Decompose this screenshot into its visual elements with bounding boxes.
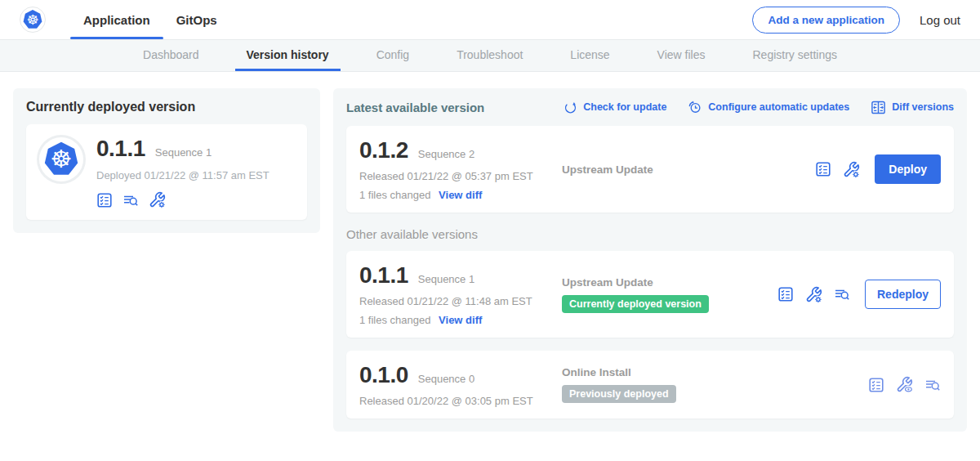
tab-gitops[interactable]: GitOps: [163, 0, 230, 39]
active-tab-underline: [70, 37, 163, 39]
tab-gitops-label: GitOps: [176, 13, 217, 27]
view-diff-link[interactable]: View diff: [439, 189, 482, 201]
check-for-update-link[interactable]: Check for update: [564, 101, 666, 114]
version-card-0-1-2: 0.1.2 Sequence 2 Released 01/21/22 @ 05:…: [346, 126, 954, 213]
latest-available-title: Latest available version: [346, 101, 484, 114]
currently-deployed-badge: Currently deployed version: [562, 295, 709, 313]
refresh-icon: [564, 101, 577, 114]
released-timestamp: Released 01/20/22 @ 03:05 pm EST: [359, 395, 562, 407]
currently-deployed-title: Currently deployed version: [26, 100, 307, 114]
edit-config-icon[interactable]: [149, 191, 166, 208]
release-notes-icon[interactable]: [777, 286, 794, 302]
release-notes-icon[interactable]: [96, 192, 113, 208]
app-header: ☸ Application GitOps Add a new applicati…: [0, 0, 980, 39]
subnav-license[interactable]: License: [559, 40, 621, 71]
edit-config-icon[interactable]: [843, 161, 860, 178]
previously-deployed-badge: Previously deployed: [562, 385, 676, 403]
diff-versions-label: Diff versions: [892, 101, 954, 113]
diff-icon: [871, 100, 886, 115]
view-config-icon[interactable]: [896, 376, 913, 393]
deployed-version-number: 0.1.1: [96, 136, 145, 162]
subnav-config[interactable]: Config: [365, 40, 421, 71]
app-subnav: Dashboard Version history Config Trouble…: [0, 39, 980, 72]
files-changed-label: 1 files changed: [359, 189, 430, 201]
app-kubernetes-logo: ☸: [39, 137, 83, 181]
diff-versions-link[interactable]: Diff versions: [871, 100, 954, 115]
available-versions-panel: Latest available version Check for updat…: [333, 88, 967, 432]
add-new-application-button[interactable]: Add a new application: [752, 7, 900, 34]
configure-automatic-updates-link[interactable]: Configure automatic updates: [688, 100, 849, 114]
version-number: 0.1.0: [359, 362, 408, 388]
sequence-label: Sequence 2: [418, 148, 474, 160]
version-card-0-1-0: 0.1.0 Sequence 0 Released 01/20/22 @ 03:…: [346, 351, 954, 418]
view-logs-icon[interactable]: [122, 192, 139, 208]
subnav-registry-settings[interactable]: Registry settings: [742, 40, 849, 71]
released-timestamp: Released 01/21/22 @ 11:48 am EST: [359, 295, 562, 307]
version-source-label: Online Install: [562, 366, 631, 378]
tab-application[interactable]: Application: [70, 0, 163, 39]
released-timestamp: Released 01/21/22 @ 05:37 pm EST: [359, 170, 562, 182]
deployed-timestamp: Deployed 01/21/22 @ 11:57 am EST: [96, 169, 270, 181]
sequence-label: Sequence 1: [418, 273, 474, 285]
release-notes-icon[interactable]: [868, 377, 884, 393]
redeploy-button[interactable]: Redeploy: [865, 280, 941, 309]
sequence-label: Sequence 0: [418, 373, 474, 385]
subnav-version-history[interactable]: Version history: [235, 40, 341, 71]
version-card-0-1-1: 0.1.1 Sequence 1 Released 01/21/22 @ 11:…: [346, 251, 954, 338]
other-available-versions-title: Other available versions: [346, 227, 954, 241]
kubernetes-logo: ☸: [20, 7, 46, 33]
view-logs-icon[interactable]: [924, 377, 941, 393]
deployed-sequence-label: Sequence 1: [155, 146, 212, 159]
tab-application-label: Application: [83, 13, 150, 27]
subnav-view-files[interactable]: View files: [646, 40, 717, 71]
version-number: 0.1.1: [359, 262, 408, 289]
top-tabs: Application GitOps: [70, 0, 230, 39]
version-source-label: Upstream Update: [562, 276, 653, 289]
edit-config-icon[interactable]: [805, 286, 822, 303]
schedule-update-icon: [688, 100, 702, 114]
view-logs-icon[interactable]: [834, 286, 850, 302]
subnav-dashboard[interactable]: Dashboard: [131, 40, 211, 71]
deploy-button[interactable]: Deploy: [875, 154, 941, 184]
currently-deployed-card: ☸ 0.1.1 Sequence 1 Deployed 01/21/22 @ 1…: [26, 124, 307, 220]
version-source-label: Upstream Update: [562, 163, 653, 176]
release-notes-icon[interactable]: [815, 161, 831, 177]
check-for-update-label: Check for update: [583, 101, 666, 113]
files-changed-label: 1 files changed: [359, 314, 430, 326]
currently-deployed-panel: Currently deployed version ☸ 0.1.1 Seque…: [13, 88, 320, 233]
version-number: 0.1.2: [359, 137, 408, 163]
subnav-troubleshoot[interactable]: Troubleshoot: [445, 40, 534, 71]
configure-automatic-updates-label: Configure automatic updates: [708, 101, 849, 113]
logout-button[interactable]: Log out: [920, 13, 960, 27]
view-diff-link[interactable]: View diff: [439, 314, 482, 326]
